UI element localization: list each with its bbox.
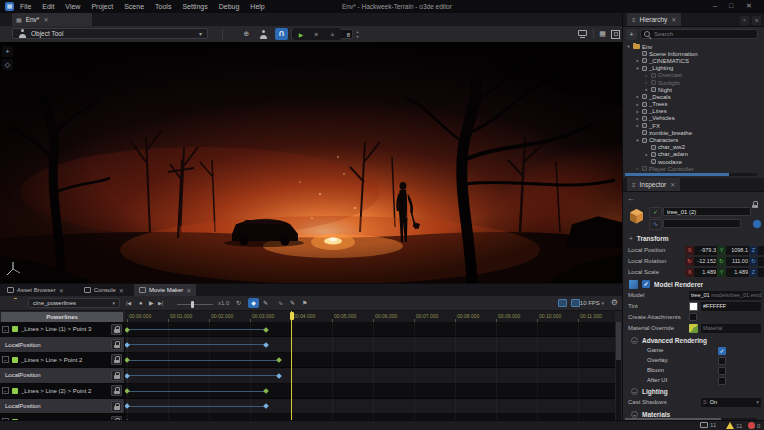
track-row-node[interactable]: −_Lines > Line (1) > Point 3 — [0, 322, 124, 337]
panel-menu-icon[interactable]: ≡ — [752, 16, 761, 25]
timeline-lane[interactable] — [125, 322, 615, 337]
expander-icon[interactable]: ▸ — [644, 152, 649, 157]
sequence-dropdown[interactable]: cine_powerlines ▾ — [28, 298, 120, 308]
menu-item-tools[interactable]: Tools — [155, 3, 171, 10]
go-to-end-button[interactable]: ▶| — [158, 299, 163, 308]
model-field[interactable]: tree_01 models/tree_01.emdl — [689, 291, 761, 300]
timeline-lane[interactable] — [125, 368, 615, 383]
timeline-lane[interactable] — [125, 337, 615, 352]
track-lock-button[interactable] — [111, 324, 122, 335]
expander-icon[interactable]: ▸ — [635, 116, 640, 121]
timeline-lanes[interactable] — [125, 322, 615, 421]
tag-add-button[interactable] — [753, 220, 761, 228]
track-row-node[interactable]: −_Lines > Line (2) > Point 2 — [0, 384, 124, 399]
bottom-tab-console[interactable]: Console✕ — [79, 284, 129, 296]
model-renderer-enabled-checkbox[interactable]: ✓ — [642, 280, 650, 288]
fullscreen-button[interactable] — [609, 28, 622, 40]
flag-checkbox[interactable] — [718, 367, 726, 375]
menu-item-file[interactable]: File — [20, 3, 31, 10]
model-renderer-header[interactable]: ✓ Model Renderer — [623, 279, 764, 289]
expander-icon[interactable]: ▸ — [635, 123, 640, 128]
lock-icon[interactable] — [752, 194, 758, 212]
collapse-group-icon[interactable]: − — [631, 411, 638, 418]
transform-value-y[interactable]: 1098.1 — [726, 246, 749, 255]
expander-icon[interactable]: ▸ — [644, 87, 649, 92]
track-lock-button[interactable] — [111, 385, 122, 396]
inspector-close-icon[interactable]: ✕ — [670, 181, 675, 188]
keyframe[interactable] — [125, 357, 130, 363]
material-override-field[interactable]: Material — [701, 324, 761, 333]
track-row-param[interactable]: LocalPosition — [0, 337, 124, 352]
track-lock-button[interactable] — [111, 339, 122, 350]
expander-icon[interactable]: ▼ — [626, 44, 631, 49]
collapse-icon[interactable]: − — [2, 387, 9, 394]
hierarchy-item-_trees[interactable]: ▸_Trees — [623, 101, 759, 108]
snap-move-toggle[interactable]: U — [275, 28, 288, 40]
go-to-start-button[interactable]: |◀ — [126, 299, 131, 308]
collapse-group-icon[interactable]: − — [631, 337, 638, 344]
hierarchy-item-player-controller[interactable]: ▸Player Controller — [623, 165, 759, 172]
hierarchy-item-_fx[interactable]: ▸_FX — [623, 122, 759, 129]
hierarchy-item-characters[interactable]: ▼Characters — [623, 136, 759, 143]
draw-key-icon[interactable]: ✎ — [290, 299, 295, 308]
transform-value-x[interactable]: -979.3 — [694, 246, 717, 255]
menu-item-help[interactable]: Help — [250, 3, 264, 10]
fps-dropdown[interactable]: 10 FPS ▾ — [580, 299, 604, 308]
minimize-button[interactable]: – — [708, 0, 722, 13]
track-row-param[interactable]: LocalPosition — [0, 368, 124, 383]
entity-tag-field[interactable] — [663, 219, 741, 228]
edit-keys-icon[interactable]: ✎ — [263, 299, 268, 308]
hierarchy-close-icon[interactable]: ✕ — [671, 16, 676, 23]
transform-section-header[interactable]: + Transform — [623, 233, 764, 243]
timeline-lane[interactable] — [125, 353, 615, 368]
hierarchy-item-scene-information[interactable]: Scene Information — [623, 50, 759, 57]
menu-item-project[interactable]: Project — [91, 3, 113, 10]
back-arrow-icon[interactable]: ← — [627, 194, 635, 203]
track-row-node[interactable]: −_Lines > Line > Point 2 — [0, 353, 124, 368]
entity-name-field[interactable]: tree_01 (2) — [663, 207, 751, 216]
viewport-tab[interactable]: ▦ Env* ✕ — [12, 13, 92, 26]
view-mode-icon-b[interactable] — [571, 299, 580, 307]
slider-handle[interactable] — [191, 301, 194, 308]
expander-icon[interactable]: ▸ — [635, 94, 640, 99]
flag-checkbox[interactable] — [718, 377, 726, 385]
transform-value-z[interactable]: 2 — [758, 246, 764, 255]
track-row-param[interactable]: LocalPosition — [0, 399, 124, 414]
hierarchy-item-_vehicles[interactable]: ▸_Vehicles — [623, 115, 759, 122]
menu-item-settings[interactable]: Settings — [182, 3, 207, 10]
transform-value-z[interactable]: 3 — [758, 257, 764, 266]
timeline-playhead[interactable] — [291, 311, 292, 421]
gear-icon[interactable]: ⚙ — [611, 298, 618, 308]
hierarchy-item-zombie_breathe[interactable]: zombie_breathe — [623, 129, 759, 136]
transform-value-x[interactable]: 1.489 — [694, 268, 717, 277]
collapse-icon[interactable]: − — [2, 326, 9, 333]
console-messages-indicator[interactable]: 11 — [700, 422, 716, 428]
keyframe[interactable] — [276, 373, 282, 379]
keyframe[interactable] — [125, 373, 130, 379]
stop-icon[interactable]: ■ — [315, 31, 319, 37]
play-sequence-button[interactable]: ▶ — [149, 299, 154, 308]
tab-close-icon[interactable]: ✕ — [43, 16, 48, 23]
tab-close-icon[interactable]: ✕ — [119, 287, 124, 294]
expander-icon[interactable]: ▸ — [635, 166, 640, 171]
close-button[interactable]: ✕ — [742, 0, 756, 13]
play-icon[interactable]: ▶ — [299, 31, 304, 38]
menu-item-debug[interactable]: Debug — [219, 3, 240, 10]
expander-icon[interactable]: ▸ — [635, 58, 640, 63]
snap-grid-stepper[interactable]: ▴▾ — [354, 29, 361, 40]
viewport-pan-tool-icon[interactable]: + — [2, 46, 13, 57]
menu-item-view[interactable]: View — [65, 3, 80, 10]
keyframe[interactable] — [264, 342, 270, 348]
hierarchy-item-char_ww2[interactable]: char_ww2 — [623, 144, 759, 151]
record-button[interactable]: ● — [139, 299, 143, 308]
advanced-rendering-header[interactable]: − Advanced Rendering — [623, 335, 764, 345]
timeline-lane[interactable] — [125, 399, 615, 414]
timeline-vscrollbar[interactable] — [616, 322, 621, 421]
view-mode-icon-a[interactable] — [558, 299, 567, 307]
hierarchy-tab[interactable]: ≡ Hierarchy ✕ — [627, 13, 681, 26]
hierarchy-item-_lines[interactable]: ▸_Lines — [623, 108, 759, 115]
inspector-tab[interactable]: ≡ Inspector ✕ — [627, 178, 680, 191]
bottom-tab-asset-browser[interactable]: Asset Browser✕ — [2, 284, 69, 296]
expander-icon[interactable]: ▸ — [644, 73, 649, 78]
track-lock-button[interactable] — [111, 401, 122, 412]
